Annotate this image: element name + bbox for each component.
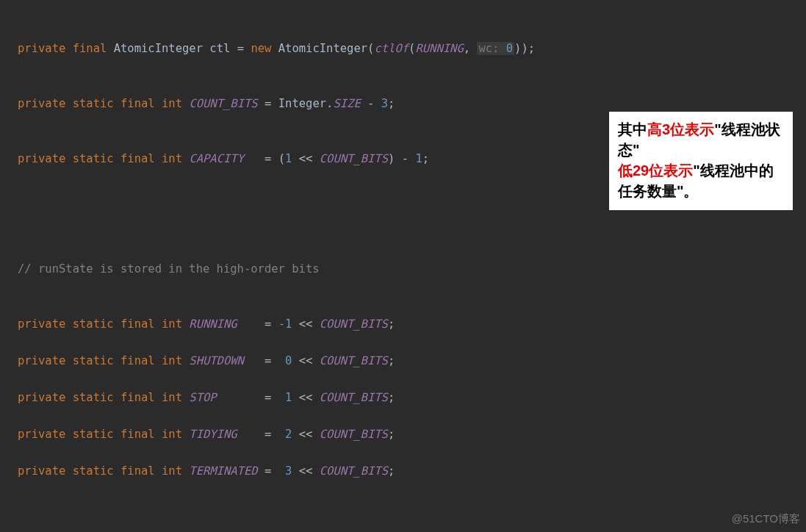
annotation-text: 其中	[618, 121, 647, 137]
watermark: @51CTO博客	[732, 509, 800, 528]
code-editor: private final AtomicInteger ctl = new At…	[0, 0, 806, 532]
code-line: private static final int TIDYING = 2 << …	[0, 425, 806, 444]
code-line: private static final int RUNNING = -1 <<…	[0, 315, 806, 334]
code-line: private static final int SHUTDOWN = 0 <<…	[0, 352, 806, 370]
annotation-highlight: 高3位表示	[647, 121, 714, 137]
annotation-box: 其中高3位表示"线程池状态" 低29位表示"线程池中的任务数量"。	[609, 112, 793, 210]
code-line: private final AtomicInteger ctl = new At…	[0, 40, 806, 58]
blank-line	[0, 517, 806, 532]
code-line: private static final int TERMINATED = 3 …	[0, 462, 806, 481]
code-line: private static final int COUNT_BITS = In…	[0, 95, 806, 113]
annotation-highlight: 低29位表示	[618, 162, 693, 179]
code-line: private static final int STOP = 1 << COU…	[0, 389, 806, 407]
comment-line: // runState is stored in the high-order …	[0, 260, 806, 278]
